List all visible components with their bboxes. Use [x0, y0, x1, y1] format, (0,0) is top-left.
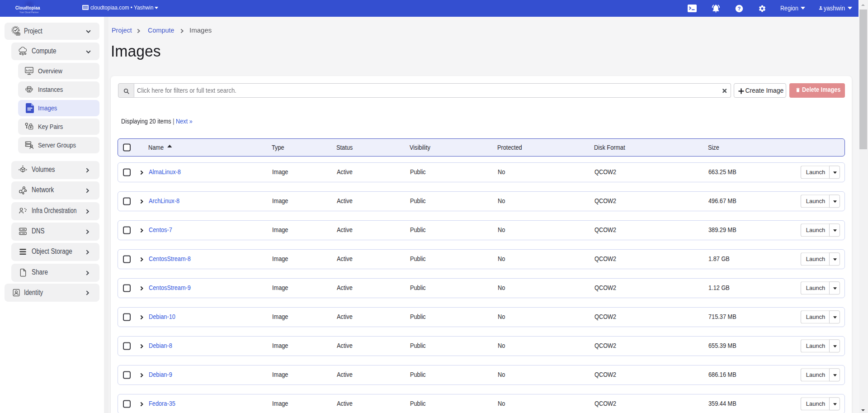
svg-text:?: ? [738, 6, 741, 11]
